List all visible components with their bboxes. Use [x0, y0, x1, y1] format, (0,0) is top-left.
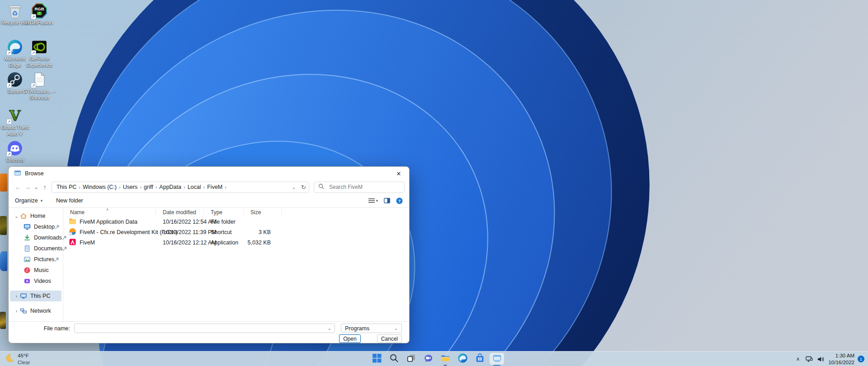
- sidebar-item-documents[interactable]: Documents: [10, 243, 61, 254]
- notification-badge[interactable]: 1: [858, 356, 864, 362]
- file-name-cell[interactable]: FiveM Application Data: [63, 217, 156, 226]
- refresh-button[interactable]: ↻: [301, 184, 306, 191]
- sidebar-item-this-pc[interactable]: ›This PC: [10, 291, 61, 301]
- file-name-combobox[interactable]: ⌄: [74, 324, 335, 333]
- dialog-title: Browse: [25, 170, 44, 177]
- file-type-cell: Shortcut: [204, 229, 244, 235]
- chat-button[interactable]: [420, 352, 437, 366]
- search-input[interactable]: [328, 183, 400, 191]
- desktop-icon-grand-theft-auto-v[interactable]: V↗Grand Theft Auto V: [0, 108, 32, 137]
- forward-button[interactable]: →: [23, 182, 32, 192]
- file-type-icon: ↗: [69, 228, 76, 237]
- file-name-cell[interactable]: FiveM: [63, 238, 156, 247]
- navigation-row: ← → ⌄ ↑ This PC›Windows (C:)›Users›griff…: [9, 180, 409, 194]
- expander-icon[interactable]: ›: [13, 309, 20, 314]
- file-explorer-button[interactable]: [437, 352, 454, 366]
- search-icon: [318, 183, 324, 191]
- breadcrumb-item[interactable]: This PC: [55, 184, 78, 190]
- clock[interactable]: 1:30 AM 10/16/2022: [828, 352, 854, 366]
- obscured-desktop-icon[interactable]: [0, 312, 6, 329]
- breadcrumb-separator[interactable]: ›: [224, 184, 227, 190]
- browse-window-button[interactable]: [488, 352, 505, 366]
- desktop-icon-rgbfusion[interactable]: RGB2↗RGBFusion: [23, 3, 56, 26]
- desktop-icon-discord[interactable]: ↗Discord: [0, 140, 32, 164]
- change-view-button[interactable]: ▾: [368, 198, 378, 203]
- task-view-icon: [406, 353, 416, 365]
- file-row[interactable]: FiveM Application Data10/16/2022 12:54 A…: [63, 216, 409, 227]
- navigation-pane: ⌄HomeDesktopDownloadsDocumentsPictures♪M…: [9, 208, 63, 321]
- desktop-icon: [24, 223, 31, 230]
- shortcut-arrow-icon: ↗: [31, 50, 36, 56]
- edge-taskbar-button[interactable]: [454, 352, 471, 366]
- chevron-down-icon[interactable]: ⌄: [328, 326, 331, 331]
- browse-window-icon: [492, 353, 502, 365]
- cancel-button[interactable]: Cancel: [377, 334, 402, 343]
- svg-text:♪: ♪: [26, 268, 28, 272]
- desktop-icon-geforce-experience[interactable]: ↗GeForce Experience: [23, 39, 56, 68]
- network-icon[interactable]: [803, 352, 815, 366]
- sidebar-item-label: Music: [34, 267, 49, 273]
- file-date-cell: 10/16/2022 12:12 AM: [156, 239, 204, 246]
- taskbar-search-icon: [389, 353, 399, 365]
- weather-moon-icon: [5, 357, 14, 364]
- sidebar-item-videos[interactable]: Videos: [10, 276, 61, 286]
- breadcrumb-item[interactable]: Users: [121, 184, 140, 190]
- shortcut-arrow-icon: ↗: [6, 151, 12, 157]
- pin-icon: [62, 235, 67, 240]
- breadcrumb-item[interactable]: AppData: [157, 184, 183, 190]
- obscured-desktop-icon[interactable]: [0, 216, 7, 235]
- microsoft-store-button[interactable]: [471, 352, 488, 366]
- expander-icon[interactable]: ⌄: [13, 214, 20, 219]
- back-button[interactable]: ←: [13, 182, 23, 192]
- address-bar[interactable]: This PC›Windows (C:)›Users›griff›AppData…: [52, 182, 309, 193]
- sidebar-item-downloads[interactable]: Downloads: [10, 232, 61, 243]
- weather-widget[interactable]: 45°F Clear: [5, 352, 30, 366]
- obscured-desktop-icon[interactable]: [0, 251, 7, 271]
- help-button[interactable]: ?: [396, 197, 403, 204]
- file-row[interactable]: FiveM10/16/2022 12:12 AMApplication5,032…: [63, 237, 409, 248]
- sidebar-item-desktop[interactable]: Desktop: [10, 221, 61, 232]
- hidden-icons-button[interactable]: ∧: [792, 352, 803, 366]
- file-type-select[interactable]: Programs ⌄: [341, 324, 402, 333]
- obscured-desktop-icon[interactable]: [0, 174, 7, 192]
- new-folder-button[interactable]: New folder: [56, 197, 83, 204]
- recent-locations-button[interactable]: ⌄: [33, 182, 40, 192]
- breadcrumb-item[interactable]: FiveM: [205, 184, 224, 190]
- column-header-name[interactable]: Name ˄: [63, 209, 156, 216]
- file-name-label: File name:: [16, 325, 70, 332]
- preview-pane-button[interactable]: [384, 198, 390, 203]
- file-name-input[interactable]: [78, 325, 328, 332]
- sidebar-item-pictures[interactable]: Pictures: [10, 254, 61, 265]
- close-button[interactable]: ✕: [388, 167, 409, 180]
- pin-icon: [54, 257, 60, 262]
- sidebar-item-home[interactable]: ⌄Home: [10, 211, 61, 221]
- volume-icon[interactable]: [815, 352, 826, 366]
- search-box[interactable]: [314, 182, 405, 193]
- shortcut-arrow-icon: ↗: [6, 50, 12, 56]
- file-type-icon: [69, 217, 76, 226]
- taskbar-search-button[interactable]: [385, 352, 402, 366]
- breadcrumb-item[interactable]: griff: [142, 184, 155, 190]
- start-button[interactable]: [368, 352, 385, 366]
- expander-icon[interactable]: ›: [13, 294, 20, 299]
- sidebar-item-network[interactable]: ›Network: [10, 305, 61, 316]
- file-row[interactable]: ↗FiveM - Cfx.re Development Kit (FxDK)10…: [63, 227, 409, 237]
- moon-icon: [5, 353, 14, 365]
- column-header-date[interactable]: Date modified: [156, 209, 204, 216]
- this-pc-icon: [20, 292, 27, 300]
- task-view-button[interactable]: [402, 352, 420, 366]
- breadcrumb-item[interactable]: Windows (C:): [81, 184, 118, 190]
- desktop-icon-gtavlaun-shortcut[interactable]: ↗GTAVLaun... - Shortcut: [23, 71, 56, 101]
- address-dropdown-button[interactable]: ⌄: [292, 185, 296, 190]
- breadcrumb-item[interactable]: Local: [186, 184, 203, 190]
- breadcrumb-separator[interactable]: ›: [183, 184, 186, 190]
- file-name-cell[interactable]: ↗FiveM - Cfx.re Development Kit (FxDK): [63, 228, 156, 237]
- up-button[interactable]: ↑: [40, 182, 50, 192]
- column-header-size[interactable]: Size: [244, 209, 282, 216]
- sidebar-item-music[interactable]: ♪Music: [10, 265, 61, 276]
- column-header-type[interactable]: Type: [204, 209, 244, 216]
- desktop-icon-label: Grand Theft Auto V: [0, 125, 32, 137]
- open-button[interactable]: Open: [339, 334, 360, 343]
- organize-button[interactable]: Organize ▾: [15, 197, 42, 204]
- breadcrumb-separator[interactable]: ›: [118, 184, 121, 190]
